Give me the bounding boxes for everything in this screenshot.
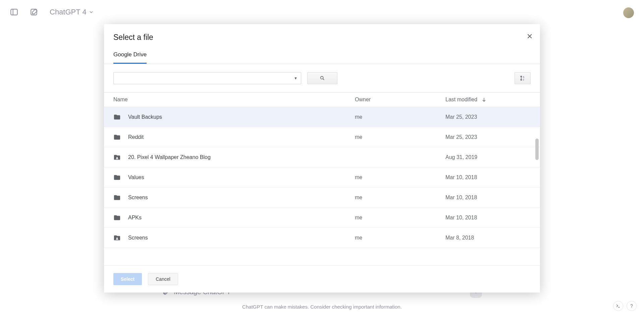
chevron-down-icon[interactable]: ▼: [294, 76, 298, 80]
arrow-down-icon: [481, 97, 487, 102]
svg-text:A: A: [523, 76, 525, 78]
cell-modified: Mar 8, 2018: [445, 235, 474, 241]
file-name: 20. Pixel 4 Wallpaper Zheano Blog: [128, 154, 211, 160]
picker-toolbar: ▼ AZ: [104, 64, 540, 92]
dialog-header: Select a file ✕: [104, 24, 540, 45]
file-picker-dialog: Select a file ✕ Google Drive ▼ AZ Name O…: [104, 24, 540, 293]
sort-button[interactable]: AZ: [515, 72, 531, 84]
file-name: Vault Backups: [128, 114, 162, 120]
file-name: APKs: [128, 215, 142, 221]
dialog-title: Select a file: [113, 33, 531, 42]
cell-modified: Aug 31, 2019: [445, 154, 477, 160]
sort-az-icon: AZ: [519, 75, 526, 82]
table-row[interactable]: 20. Pixel 4 Wallpaper Zheano BlogAug 31,…: [104, 147, 540, 167]
cell-owner: me: [355, 215, 445, 221]
search-input[interactable]: ▼: [113, 72, 301, 84]
svg-point-5: [321, 76, 323, 79]
cell-modified: Mar 25, 2023: [445, 134, 477, 140]
cell-name: Screens: [113, 234, 355, 242]
cancel-button[interactable]: Cancel: [148, 273, 178, 285]
folder-icon: [113, 134, 121, 141]
svg-text:Z: Z: [523, 78, 524, 81]
file-name: Reddit: [128, 134, 144, 140]
dialog-tabs: Google Drive: [104, 45, 540, 64]
folder-icon: [113, 234, 121, 242]
table-row[interactable]: RedditmeMar 25, 2023: [104, 127, 540, 147]
cell-owner: me: [355, 174, 445, 180]
column-owner[interactable]: Owner: [355, 97, 445, 103]
table-row[interactable]: ValuesmeMar 10, 2018: [104, 167, 540, 188]
tab-google-drive[interactable]: Google Drive: [113, 51, 147, 64]
scrollbar-thumb[interactable]: [535, 139, 539, 160]
folder-icon: [113, 154, 121, 161]
cell-owner: me: [355, 235, 445, 241]
cell-modified: Mar 10, 2018: [445, 195, 477, 201]
cell-modified: Mar 25, 2023: [445, 114, 477, 120]
cell-owner: me: [355, 195, 445, 201]
column-modified[interactable]: Last modified: [445, 97, 487, 103]
folder-icon: [113, 214, 121, 221]
search-button[interactable]: [307, 72, 337, 84]
select-button[interactable]: Select: [113, 273, 142, 285]
cell-owner: me: [355, 134, 445, 140]
file-name: Screens: [128, 195, 148, 201]
cell-name: Vault Backups: [113, 113, 355, 121]
cell-name: 20. Pixel 4 Wallpaper Zheano Blog: [113, 154, 355, 161]
table-row[interactable]: APKsmeMar 10, 2018: [104, 208, 540, 228]
file-name: Screens: [128, 235, 148, 241]
svg-point-11: [116, 237, 118, 239]
cell-owner: me: [355, 114, 445, 120]
column-headers: Name Owner Last modified: [104, 93, 540, 107]
cell-name: Reddit: [113, 134, 355, 141]
file-list: Vault BackupsmeMar 25, 2023RedditmeMar 2…: [104, 107, 540, 265]
cell-modified: Mar 10, 2018: [445, 174, 477, 180]
search-icon: [320, 75, 325, 81]
table-row[interactable]: ScreensmeMar 8, 2018: [104, 228, 540, 248]
folder-icon: [113, 174, 121, 181]
file-name: Values: [128, 174, 144, 180]
svg-line-6: [323, 79, 324, 80]
column-name[interactable]: Name: [113, 97, 355, 103]
folder-icon: [113, 113, 121, 121]
cell-name: Screens: [113, 194, 355, 201]
cell-name: APKs: [113, 214, 355, 221]
table-row[interactable]: Vault BackupsmeMar 25, 2023: [104, 107, 540, 127]
close-icon[interactable]: ✕: [527, 32, 533, 41]
cell-modified: Mar 10, 2018: [445, 215, 477, 221]
dialog-footer: Select Cancel: [104, 265, 540, 293]
cell-name: Values: [113, 174, 355, 181]
folder-icon: [113, 194, 121, 201]
svg-point-10: [116, 157, 118, 158]
table-row[interactable]: ScreensmeMar 10, 2018: [104, 188, 540, 208]
